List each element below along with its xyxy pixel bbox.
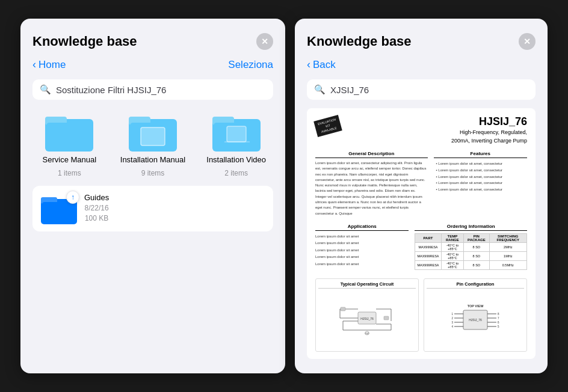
svg-text:4: 4 <box>451 325 453 328</box>
ordering-table: PART TEMP RANGE PIN PACKAGE SWITCHING FR… <box>415 233 527 270</box>
table-row: MAX999RESA -40°C to +85°C 8 SO 0.5MHz <box>415 260 527 269</box>
search-icon: 🔍 <box>314 84 326 95</box>
right-search-value: XJSIJ_76 <box>330 85 528 95</box>
svg-text:GND: GND <box>365 332 369 335</box>
typical-circuit-diagram: Typical Operating Circuit HJSIJ_76 <box>315 278 419 352</box>
table-row: MAX999RESA -40°C to +85°C 8 SO 1MHz <box>415 251 527 260</box>
svg-rect-28 <box>384 316 389 320</box>
guides-label: Guides <box>84 193 109 202</box>
left-home-button[interactable]: ‹ Home <box>32 58 66 71</box>
left-close-button[interactable]: ✕ <box>256 33 273 50</box>
doc-subtitle: High-Frequency, Regulated,200mA, Inverti… <box>347 129 527 145</box>
svg-text:TOP VIEW: TOP VIEW <box>468 304 484 308</box>
applications-title: Applications <box>315 224 409 231</box>
svg-text:3: 3 <box>451 321 453 324</box>
svg-rect-2 <box>46 123 92 150</box>
table-header-pin: PIN PACKAGE <box>464 233 489 242</box>
left-panel-title: Knowledge base <box>32 34 137 49</box>
left-panel: Knowledge base ✕ ‹ Home Seleziona 🔍 Sost… <box>20 19 285 373</box>
pin-config-diagram: Pin Configuration TOP VIEW HJSIJ_76 1 2 … <box>424 278 527 352</box>
service-manual-folder-icon <box>45 111 93 152</box>
folder-service-manual[interactable]: Service Manual 1 items <box>32 111 106 177</box>
back-label: Back <box>313 59 336 71</box>
folders-grid: Service Manual 1 items Installation Manu… <box>32 111 273 177</box>
features-list: • Lorem ipsum dolor sit amet, consectetu… <box>434 161 527 193</box>
svg-text:HJSIJ_76: HJSIJ_76 <box>360 317 374 320</box>
svg-text:7: 7 <box>498 317 499 320</box>
guides-meta: 8/22/16 100 KB <box>84 203 109 224</box>
diagram2-title: Pin Configuration <box>427 281 524 289</box>
applications-text: Lorem ipsum dolor sit amet Lorem ipsum d… <box>315 233 409 268</box>
pin-svg: TOP VIEW HJSIJ_76 1 2 3 4 <box>448 303 502 336</box>
general-desc-title: General Description <box>315 151 428 158</box>
doc-main-title: HJSIJ_76 <box>347 115 527 128</box>
upload-icon: ↑ <box>66 191 79 204</box>
search-icon: 🔍 <box>40 84 51 95</box>
table-header-part: PART <box>415 233 441 242</box>
back-chevron-icon: ‹ <box>32 58 36 71</box>
right-panel: Knowledge base ✕ ‹ Back 🔍 XJSIJ_76 EVALU… <box>295 19 548 373</box>
svg-rect-6 <box>141 127 165 145</box>
right-close-button[interactable]: ✕ <box>519 33 536 50</box>
table-header-freq: SWITCHING FREQUENCY <box>489 233 526 242</box>
home-label: Home <box>39 59 66 71</box>
folder-installation-manual[interactable]: Installation Manual 9 items <box>116 111 190 177</box>
installation-manual-folder-icon <box>129 111 177 152</box>
installation-manual-label: Installation Manual <box>120 155 185 165</box>
seleziona-button[interactable]: Seleziona <box>228 59 273 71</box>
installation-video-count: 2 items <box>224 169 248 177</box>
svg-rect-27 <box>341 307 345 311</box>
right-panel-header: Knowledge base ✕ <box>307 33 536 50</box>
body-text: Lorem ipsum dolor sit amet, consectetur … <box>315 161 428 216</box>
installation-manual-count: 9 items <box>141 169 165 177</box>
features-title: Features <box>434 151 527 158</box>
right-panel-title: Knowledge base <box>307 34 412 49</box>
left-nav-row: ‹ Home Seleziona <box>32 58 273 71</box>
right-back-button[interactable]: ‹ Back <box>307 58 336 71</box>
service-manual-count: 1 items <box>58 169 81 177</box>
svg-text:6: 6 <box>498 321 499 324</box>
folder-guides[interactable]: ↑ Guides 8/22/16 100 KB <box>32 186 273 231</box>
svg-text:1: 1 <box>451 313 453 316</box>
svg-text:HJSIJ_76: HJSIJ_76 <box>469 318 482 322</box>
back-chevron-icon: ‹ <box>307 58 310 71</box>
table-row: MAX999ESA -40°C to +85°C 8 SO 2MHz <box>415 242 527 251</box>
circuit-svg: HJSIJ_76 GND <box>337 303 397 336</box>
right-search-bar[interactable]: 🔍 XJSIJ_76 <box>307 79 536 100</box>
diagram1-title: Typical Operating Circuit <box>318 281 416 289</box>
service-manual-label: Service Manual <box>43 155 97 165</box>
document-preview: EVALUATION KITAVAILABLE HJSIJ_76 High-Fr… <box>307 108 536 359</box>
table-header-temp: TEMP RANGE <box>441 233 464 242</box>
ordering-title: Ordering Information <box>415 224 527 231</box>
left-search-value: Sostituzione Filtri HJSIJ_76 <box>56 85 266 95</box>
svg-rect-14 <box>42 202 76 223</box>
eval-badge: EVALUATION KITAVAILABLE <box>313 115 342 137</box>
left-search-bar[interactable]: 🔍 Sostituzione Filtri HJSIJ_76 <box>32 79 273 100</box>
svg-text:8: 8 <box>498 313 499 316</box>
svg-text:2: 2 <box>451 317 453 320</box>
svg-text:5: 5 <box>498 325 499 328</box>
installation-video-folder-icon <box>212 111 261 152</box>
svg-rect-10 <box>227 126 246 142</box>
folder-installation-video[interactable]: Installation Video 2 items <box>199 111 273 177</box>
right-nav-row: ‹ Back <box>307 58 536 71</box>
left-panel-header: Knowledge base ✕ <box>32 33 273 50</box>
installation-video-label: Installation Video <box>206 155 266 165</box>
